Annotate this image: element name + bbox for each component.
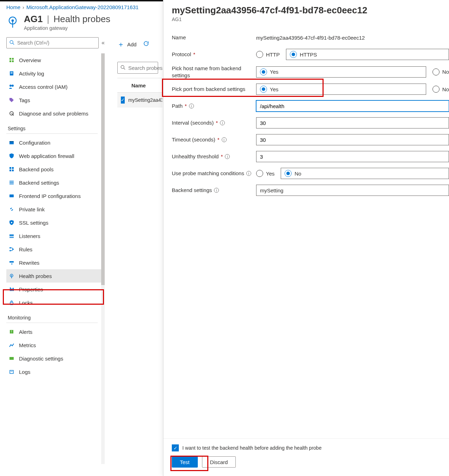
sidebar-item-metrics[interactable]: Metrics [6,338,105,352]
radio-pickhost-yes[interactable]: Yes [256,66,426,78]
props-icon [8,286,15,292]
sidebar-item-config[interactable]: Configuration [6,136,105,149]
radio-pickhost-no[interactable]: No [432,68,449,75]
sidebar-item-label: Diagnostic settings [19,356,63,362]
health-icon [8,273,15,279]
overview-icon [8,57,15,63]
sidebar-item-privlink[interactable]: Private link [6,203,105,216]
breadcrumb-rg[interactable]: Microsoft.ApplicationGateway-20220809171… [26,4,138,10]
activity-icon [8,70,15,77]
sidebar-item-label: Configuration [19,140,50,146]
svg-rect-28 [9,237,14,238]
sidebar-item-iam[interactable]: Access control (IAM) [6,80,105,93]
input-path[interactable] [256,100,449,112]
svg-rect-8 [12,60,14,62]
svg-text:!: ! [11,330,12,334]
collapse-sidebar-icon[interactable]: « [102,40,105,46]
table-row[interactable]: ✓ mySetting2aa43956-47cf-4f91-bd78-ec0ee… [117,93,162,107]
probe-search[interactable] [117,62,158,74]
sidebar-item-tags[interactable]: Tags [6,93,105,107]
sidebar-item-rewrite[interactable]: Rewrites [6,256,105,269]
sidebar-item-label: Backend settings [19,180,59,186]
sidebar-item-label: Private link [19,206,45,212]
test-checkbox[interactable]: ✓ [172,444,179,451]
sidebar-item-waf[interactable]: Web application firewall [6,149,105,163]
svg-point-26 [11,222,12,223]
sidebar-item-label: Locks [19,300,33,306]
svg-point-13 [12,85,14,87]
sidebar-item-frontip[interactable]: Frontend IP configurations [6,189,105,203]
probe-panel: mySetting2aa43956-47cf-4f91-bd78-ec0eec1… [163,0,449,476]
svg-point-3 [10,40,13,44]
test-button[interactable]: Test [172,456,198,468]
svg-line-46 [124,68,125,70]
sidebar-item-health[interactable]: Health probes [6,269,105,283]
refresh-icon[interactable] [143,40,149,48]
info-icon[interactable]: i [189,104,194,108]
svg-rect-37 [11,289,12,291]
input-interval[interactable] [256,117,449,128]
label-name: Name [172,34,256,41]
radio-pickport-no[interactable]: No [432,86,449,93]
sidebar-item-diagset[interactable]: Diagnostic settings [6,352,105,365]
sidebar-item-ssl[interactable]: SSL settings [6,216,105,229]
backset-icon [8,179,15,186]
sidebar-item-props[interactable]: Properties [6,283,105,296]
panel-subtitle: AG1 [172,16,441,22]
radio-match-no[interactable]: No [281,168,449,179]
label-pickport: Pick port from backend settings [172,86,256,93]
sidebar-item-backend[interactable]: Backend pools [6,163,105,176]
sidebar-item-locks[interactable]: Locks [6,296,105,309]
sidebar-search[interactable] [6,37,99,48]
svg-rect-36 [10,287,11,291]
nav-group-settings: Settings [6,120,98,134]
select-backset[interactable]: mySetting [256,185,449,196]
svg-rect-25 [9,194,14,197]
sidebar-nav: OverviewActivity logAccess control (IAM)… [6,53,105,464]
breadcrumb-home[interactable]: Home [6,4,20,10]
sidebar-item-label: Metrics [19,342,36,348]
discard-button[interactable]: Discard [202,456,236,468]
info-icon[interactable]: i [246,171,251,176]
svg-point-45 [121,65,124,68]
input-timeout[interactable] [256,134,449,145]
label-backset: Backend settings i [172,187,256,194]
sidebar-item-alerts[interactable]: !Alerts [6,325,105,338]
radio-pickport-yes[interactable]: Yes [256,84,426,95]
svg-point-1 [12,19,14,22]
sidebar-search-input[interactable] [17,40,96,46]
sidebar-item-diagnose[interactable]: Diagnose and solve problems [6,107,105,120]
chevron-right-icon: › [22,4,24,10]
label-interval: Interval (seconds)* i [172,119,256,126]
sidebar-item-label: Tags [19,97,30,103]
info-icon[interactable]: i [222,137,227,142]
sidebar-item-activity[interactable]: Activity log [6,67,105,80]
info-icon[interactable]: i [214,188,219,193]
rules-icon [8,246,15,252]
sidebar-item-rules[interactable]: Rules [6,243,105,256]
add-button[interactable]: ＋ Add [117,41,137,48]
sidebar-item-label: Health probes [19,273,52,279]
radio-https[interactable]: HTTPS [286,49,449,60]
label-unhealthy: Unhealthy threshold* i [172,153,256,160]
radio-match-yes[interactable]: Yes [256,170,274,177]
sidebar-item-backset[interactable]: Backend settings [6,176,105,189]
sidebar-item-logs[interactable]: Logs [6,365,105,378]
panel-title: mySetting2aa43956-47cf-4f91-bd78-ec0eec1… [172,5,441,16]
nav-group-monitoring: Monitoring [6,309,98,323]
sidebar-scrollbar[interactable] [101,53,105,464]
input-unhealthy[interactable] [256,151,449,162]
svg-line-4 [13,43,14,45]
radio-http[interactable]: HTTP [256,51,280,58]
info-icon[interactable]: i [225,154,230,159]
diagnose-icon [8,110,15,117]
svg-rect-42 [9,357,14,360]
test-checkbox-label: I want to test the backend health before… [182,445,321,451]
info-icon[interactable]: i [220,120,225,125]
sidebar-item-overview[interactable]: Overview [6,53,105,67]
row-checkbox[interactable]: ✓ [121,97,125,104]
sidebar-item-label: Rewrites [19,260,39,266]
label-pickhost: Pick host name from backend settings [172,65,256,79]
svg-rect-43 [10,370,13,373]
sidebar-item-listen[interactable]: Listeners [6,229,105,243]
